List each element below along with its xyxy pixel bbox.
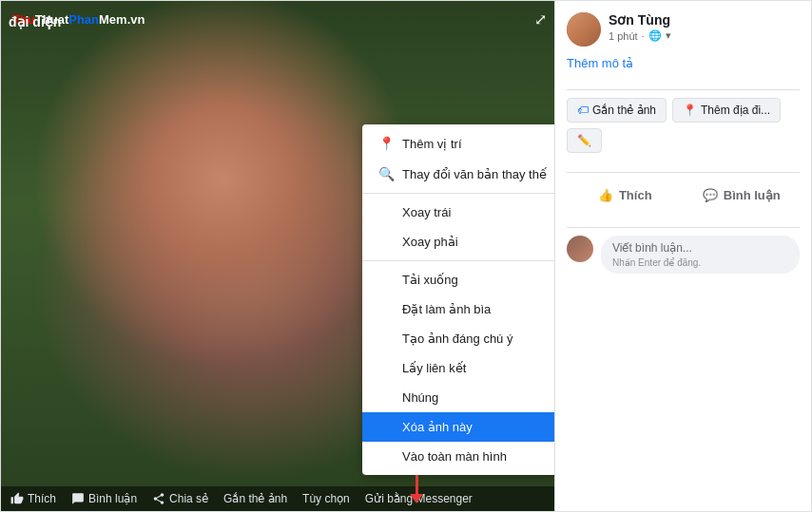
bottom-arrow-head (410, 494, 423, 503)
react-row: 👍 Thích 💬 Bình luận (567, 180, 800, 210)
menu-label-rotate-right: Xoay phải (402, 235, 458, 249)
like-label: Thích (28, 492, 56, 505)
menu-separator-1 (362, 193, 554, 194)
user-meta: 1 phút · 🌐 ▾ (609, 29, 800, 42)
menu-label-get-link: Lấy liên kết (402, 361, 466, 375)
menu-label-set-cover: Đặt làm ảnh bìa (402, 302, 491, 316)
add-location-action-btn[interactable]: 📍 Thêm địa đi... (672, 98, 781, 123)
privacy-icon: 🌐 (648, 29, 662, 42)
location-menu-icon: 📍 (377, 136, 395, 151)
like-react-btn[interactable]: 👍 Thích (567, 180, 684, 210)
user-name: Sơn Tùng (609, 12, 800, 28)
comment-placeholder: Viết bình luận... (612, 241, 788, 255)
comment-icon (71, 492, 85, 505)
menu-item-rotate-left[interactable]: Xoay trái (362, 198, 554, 227)
menu-item-add-location[interactable]: 📍 Thêm vị trí (362, 128, 554, 159)
photo-bottom-bar: Thích Bình luận Chia sẻ Gắn thẻ ảnh Tùy … (1, 486, 554, 511)
post-time: 1 phút (609, 30, 638, 42)
menu-item-get-link[interactable]: Lấy liên kết (362, 353, 554, 383)
user-details: Sơn Tùng 1 phút · 🌐 ▾ (609, 12, 800, 42)
comment-react-icon: 💬 (703, 188, 718, 202)
main-container: ThuThuatPhanMem.vn đại diện ⤢ 📍 Thêm vị … (0, 0, 812, 512)
more-action-btn[interactable]: ✏️ (567, 128, 602, 153)
more-action-icon: ✏️ (577, 134, 591, 147)
menu-label-add-location: Thêm vị trí (402, 137, 462, 151)
menu-label-download: Tải xuống (402, 273, 458, 287)
enter-hint: Nhấn Enter để đăng. (612, 257, 788, 268)
options-button[interactable]: Tùy chọn (302, 492, 350, 505)
share-icon (152, 492, 165, 505)
menu-label-change-alt: Thay đổi văn bản thay thế (402, 167, 547, 181)
like-button[interactable]: Thích (10, 492, 56, 505)
tag-label: Gắn thẻ ảnh (223, 492, 287, 505)
menu-item-rotate-right[interactable]: Xoay phải (362, 227, 554, 256)
menu-item-fullscreen[interactable]: Vào toàn màn hình (362, 442, 554, 471)
like-react-icon: 👍 (598, 188, 613, 202)
photo-area: ThuThuatPhanMem.vn đại diện ⤢ 📍 Thêm vị … (1, 1, 554, 511)
menu-label-spotlight: Tạo ảnh đáng chú ý (402, 332, 512, 346)
divider-2 (567, 172, 800, 173)
menu-separator-2 (362, 260, 554, 261)
user-info: Sơn Tùng 1 phút · 🌐 ▾ (567, 12, 800, 47)
menu-label-embed: Nhúng (402, 390, 438, 405)
search-menu-icon: 🔍 (377, 166, 395, 181)
expand-icon[interactable]: ⤢ (534, 10, 547, 28)
photo-header: đại diện ⤢ (9, 9, 547, 29)
avatar[interactable] (567, 12, 601, 47)
menu-label-rotate-left: Xoay trái (402, 205, 451, 219)
location-action-icon: 📍 (683, 104, 697, 117)
avatar-image (567, 12, 601, 47)
comment-input-wrap[interactable]: Viết bình luận... Nhấn Enter để đăng. (601, 236, 800, 274)
commenter-avatar (567, 236, 593, 262)
tag-photo-button[interactable]: Gắn thẻ ảnh (223, 492, 287, 505)
menu-item-download[interactable]: Tải xuống (362, 265, 554, 294)
divider-3 (567, 227, 800, 228)
like-react-label: Thích (619, 188, 652, 202)
menu-item-set-cover[interactable]: Đặt làm ảnh bìa (362, 294, 554, 324)
bottom-arrow-indicator (410, 475, 423, 503)
right-panel: Sơn Tùng 1 phút · 🌐 ▾ Thêm mô tả 🏷 Gắn t… (554, 1, 811, 511)
options-label: Tùy chọn (302, 492, 350, 505)
menu-item-delete[interactable]: Xóa ảnh này (362, 412, 554, 442)
share-button[interactable]: Chia sẻ (152, 492, 208, 505)
comment-react-btn[interactable]: 💬 Bình luận (684, 180, 801, 210)
menu-item-spotlight[interactable]: Tạo ảnh đáng chú ý (362, 324, 554, 353)
tag-photo-action-btn[interactable]: 🏷 Gắn thẻ ảnh (567, 98, 667, 123)
dropdown-arrow[interactable]: ▾ (666, 29, 671, 42)
action-row: 🏷 Gắn thẻ ảnh 📍 Thêm địa đi... ✏️ (567, 98, 800, 153)
context-menu: 📍 Thêm vị trí 🔍 Thay đổi văn bản thay th… (362, 124, 554, 475)
menu-label-fullscreen: Vào toàn màn hình (402, 449, 507, 464)
bottom-arrow-line (416, 475, 418, 494)
divider-1 (567, 89, 800, 90)
comment-react-label: Bình luận (724, 188, 781, 202)
menu-item-change-alt[interactable]: 🔍 Thay đổi văn bản thay thế (362, 159, 554, 189)
menu-label-delete: Xóa ảnh này (402, 420, 473, 434)
photo-title: đại diện (9, 9, 61, 29)
privacy-separator: · (642, 30, 645, 42)
menu-item-embed[interactable]: Nhúng (362, 383, 554, 412)
location-action-label: Thêm địa đi... (701, 104, 770, 117)
like-icon (10, 492, 24, 505)
add-description[interactable]: Thêm mô tả (567, 56, 800, 70)
comment-area: Viết bình luận... Nhấn Enter để đăng. (567, 236, 800, 274)
tag-action-label: Gắn thẻ ảnh (592, 104, 656, 117)
comment-label: Bình luận (88, 492, 137, 505)
tag-action-icon: 🏷 (577, 104, 589, 117)
comment-button[interactable]: Bình luận (71, 492, 137, 505)
share-label: Chia sẻ (169, 492, 208, 505)
